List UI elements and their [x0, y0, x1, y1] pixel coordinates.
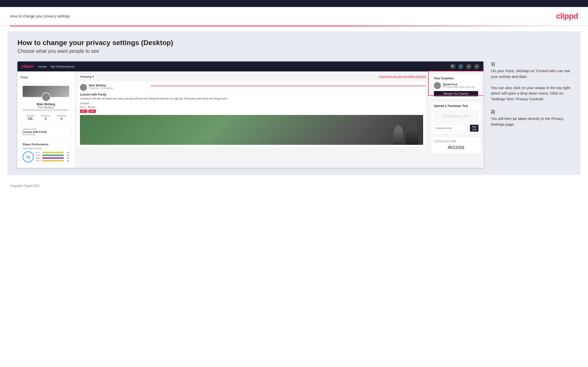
profile-stats: Activities 131 Followers 3 Following 4: [23, 113, 69, 120]
stat-followers: Followers 3: [41, 114, 51, 120]
coaches-title: Your Coaches: [434, 77, 478, 80]
connect-title: Connect your data: [434, 140, 478, 143]
post-meta: Yesterday · Sunningdale: [89, 87, 113, 89]
screenshot-container: clippd Home My Performance 🔍 👤 ⊕ ▼ Feed: [17, 61, 483, 168]
bar-ott-val: 90: [65, 152, 69, 154]
instruction-2-number: 2): [491, 109, 571, 114]
feed-tab[interactable]: Feed: [20, 74, 71, 80]
bar-putt-label: PUTT: [36, 160, 41, 162]
tpq-label: Total Player Quality: [23, 147, 69, 150]
add-circle-icon[interactable]: ⊕: [466, 64, 471, 69]
following-bar: Following ▾ Control who can see your act…: [77, 74, 426, 79]
stat-following-label: Following: [57, 114, 66, 117]
app-nav-icons: 🔍 👤 ⊕ ▼: [450, 64, 479, 69]
coach-name: David Ford: [443, 83, 475, 86]
main-title: How to change your privacy settings (Des…: [17, 39, 571, 47]
following-button[interactable]: Following ▾: [77, 74, 97, 79]
tag-ott: OTT: [80, 109, 87, 113]
main-subtitle: Choose what you want people to see: [17, 48, 571, 54]
coach-club-name: Royal North Devon Golf Club: [446, 86, 475, 88]
latest-activity-label: Latest Activity: [23, 128, 69, 130]
bar-ott-fill: [42, 152, 64, 153]
post-title: Lesson with Fordy: [80, 93, 423, 96]
profile-club: Royal North Devon Golf Club, United King…: [23, 109, 69, 111]
instructions-panel: 1) On your Feed, click/tap on 'Control w…: [491, 61, 571, 135]
arrow-line: [151, 86, 426, 86]
nav-my-performance[interactable]: My Performance: [51, 65, 74, 68]
stat-following-value: 4: [57, 117, 66, 120]
instruction-1-number: 1): [491, 61, 571, 67]
trackman-title: Upload a Trackman Test: [434, 104, 478, 108]
bar-arg-fill: [42, 157, 64, 159]
golfer-figure-1: [393, 125, 403, 145]
following-label: Following: [80, 75, 91, 78]
control-privacy-link[interactable]: Control who can see your activity and da…: [379, 75, 426, 78]
chevron-down-icon: ▾: [92, 75, 94, 78]
main-content: How to change your privacy settings (Des…: [7, 31, 581, 175]
bar-putt-fill: [42, 160, 64, 161]
manage-coaches-button[interactable]: Manage Your Coaches: [434, 91, 478, 96]
trackman-placeholder: Trackman Link: [434, 110, 478, 123]
instruction-2: 2) You will then be taken directly to th…: [491, 109, 571, 127]
golfer-figure-2: [406, 122, 418, 145]
bar-app-fill: [42, 155, 64, 156]
bar-arg-val: 86: [65, 157, 69, 159]
trackman-input[interactable]: [434, 125, 469, 132]
bar-putt-val: 96: [65, 160, 69, 162]
search-icon[interactable]: 🔍: [450, 64, 456, 69]
logo: clippd: [556, 11, 578, 21]
app-widgets: Your Coaches David Ford 📍 Royal North De…: [429, 71, 483, 168]
bar-ott: OTT 90: [36, 152, 69, 154]
bar-ott-label: OTT: [36, 152, 41, 154]
header: How to change your privacy settings clip…: [0, 7, 588, 26]
stat-activities-value: 131: [26, 117, 35, 120]
person-icon[interactable]: 👤: [458, 64, 463, 69]
latest-activity: Latest Activity Lesson with Fordy 03 Aug…: [20, 126, 71, 138]
trackman-add-button[interactable]: Add Link: [470, 125, 478, 132]
post-avatar: [80, 84, 87, 91]
coach-row: David Ford 📍 Royal North Devon Golf Club: [434, 82, 478, 89]
trackman-widget: Upload a Trackman Test Trackman Link Add…: [431, 102, 481, 134]
app-sidebar: Feed Blair McHarg Plus Handicap Royal No…: [17, 71, 75, 168]
stat-activities-label: Activities: [26, 114, 35, 117]
copyright: Copyright Clippd 2022: [10, 184, 40, 188]
stat-followers-value: 3: [41, 117, 51, 120]
bar-app-label: APP: [36, 154, 41, 157]
tpq-bars: OTT 90 APP 85 ARG: [36, 152, 69, 162]
post-header: Blair McHarg Yesterday · Sunningdale: [80, 84, 423, 91]
coach-club: 📍 Royal North Devon Golf Club: [443, 86, 475, 88]
post-duration: Duration: [80, 102, 423, 105]
avatar-icon[interactable]: ▼: [474, 64, 479, 69]
post-author-info: Blair McHarg Yesterday · Sunningdale: [89, 84, 113, 91]
stat-followers-label: Followers: [41, 114, 51, 117]
post-duration-value: 01 hr : 30 min: [80, 106, 423, 108]
duration-label: Duration: [80, 102, 89, 105]
app-logo: clippd: [21, 64, 33, 69]
instruction-1-text: On your Feed, click/tap on 'Control who …: [491, 68, 571, 102]
footer: Copyright Clippd 2022: [0, 180, 588, 192]
instruction-2-text: You will then be taken directly to the P…: [491, 116, 571, 127]
latest-activity-date: 03 Aug 2022: [23, 133, 69, 136]
nav-home[interactable]: Home: [38, 65, 47, 68]
bar-arg-label: ARG: [36, 157, 41, 159]
app-nav-links: Home My Performance: [38, 65, 74, 68]
post-author-name: Blair McHarg: [89, 84, 113, 87]
coach-avatar: [434, 82, 441, 89]
coach-info: David Ford 📍 Royal North Devon Golf Club: [443, 83, 475, 88]
bar-arg: ARG 86: [36, 157, 69, 159]
post-tags: OTT APP: [80, 109, 423, 113]
profile-handicap: Plus Handicap: [23, 106, 69, 109]
perf-title: Player Performance: [23, 143, 69, 146]
profile-avatar: [42, 93, 51, 102]
player-performance: Player Performance Total Player Quality …: [20, 141, 71, 165]
trackman-input-row: Add Link: [434, 125, 478, 132]
latest-activity-name: Lesson with Fordy: [23, 130, 69, 133]
instruction-1: 1) On your Feed, click/tap on 'Control w…: [491, 61, 571, 102]
stat-following: Following 4: [57, 114, 66, 120]
coaches-widget: Your Coaches David Ford 📍 Royal North De…: [431, 74, 481, 99]
connect-widget: Connect your data Arccos: [431, 137, 481, 153]
tpq-score: 92: [23, 151, 34, 162]
app-nav: clippd Home My Performance 🔍 👤 ⊕ ▼: [17, 61, 483, 71]
post-image: [80, 115, 423, 145]
tag-app: APP: [88, 109, 96, 113]
